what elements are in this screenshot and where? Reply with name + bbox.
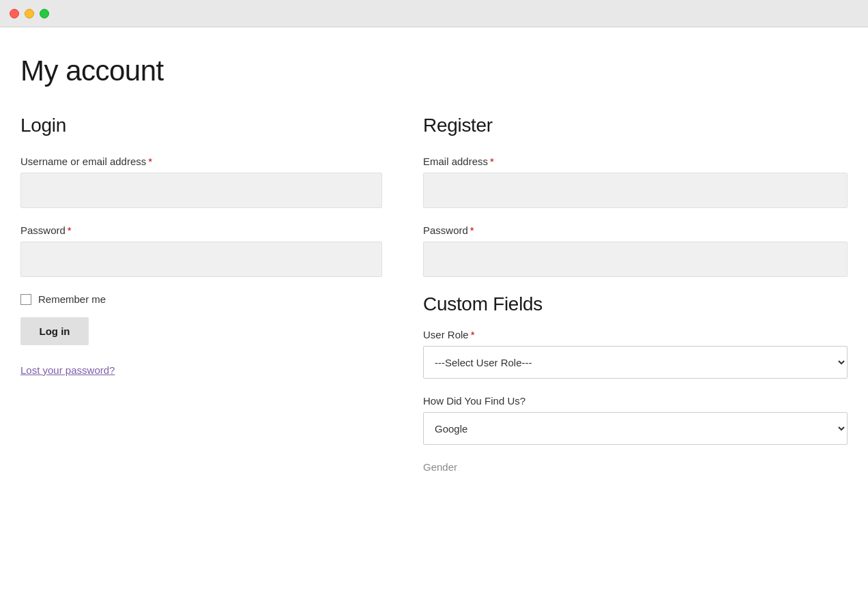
page-title: My account <box>20 55 848 87</box>
username-required-star: * <box>148 156 152 167</box>
login-password-label: Password* <box>20 224 382 236</box>
how-find-us-select[interactable]: Google Social Media Friend Referral Adve… <box>423 412 848 445</box>
register-section-title: Register <box>423 115 848 136</box>
page-content: My account Login Username or email addre… <box>0 27 868 614</box>
app-window: My account Login Username or email addre… <box>0 0 868 614</box>
login-button[interactable]: Log in <box>20 317 89 345</box>
close-button[interactable] <box>10 9 19 18</box>
how-find-us-label: How Did You Find Us? <box>423 395 848 407</box>
register-email-label: Email address* <box>423 156 848 167</box>
login-section-title: Login <box>20 115 382 136</box>
register-password-required-star: * <box>470 224 474 236</box>
register-password-group: Password* <box>423 224 848 277</box>
user-role-label: User Role* <box>423 329 848 340</box>
register-password-input[interactable] <box>423 242 848 277</box>
remember-me-checkbox[interactable] <box>20 294 31 305</box>
username-label: Username or email address* <box>20 156 382 167</box>
user-role-select[interactable]: ---Select User Role--- Admin Editor Subs… <box>423 346 848 379</box>
username-group: Username or email address* <box>20 156 382 208</box>
login-password-required-star: * <box>68 224 72 236</box>
how-find-us-group: How Did You Find Us? Google Social Media… <box>423 395 848 445</box>
minimize-button[interactable] <box>25 9 34 18</box>
two-column-layout: Login Username or email address* Passwor… <box>20 115 848 473</box>
custom-fields-title: Custom Fields <box>423 293 848 315</box>
lost-password-link[interactable]: Lost your password? <box>20 364 382 376</box>
gender-label: Gender <box>423 461 457 473</box>
gender-group: Gender <box>423 461 848 473</box>
remember-me-label: Remember me <box>38 293 106 305</box>
user-role-group: User Role* ---Select User Role--- Admin … <box>423 329 848 379</box>
register-section: Register Email address* Password* Custom… <box>423 115 848 473</box>
login-section: Login Username or email address* Passwor… <box>20 115 382 473</box>
login-password-input[interactable] <box>20 242 382 277</box>
register-email-input[interactable] <box>423 173 848 208</box>
titlebar <box>0 0 868 27</box>
register-password-label: Password* <box>423 224 848 236</box>
user-role-required-star: * <box>471 329 475 340</box>
login-password-group: Password* <box>20 224 382 277</box>
register-email-required-star: * <box>490 156 494 167</box>
username-input[interactable] <box>20 173 382 208</box>
maximize-button[interactable] <box>40 9 49 18</box>
remember-me-row: Remember me <box>20 293 382 305</box>
register-email-group: Email address* <box>423 156 848 208</box>
